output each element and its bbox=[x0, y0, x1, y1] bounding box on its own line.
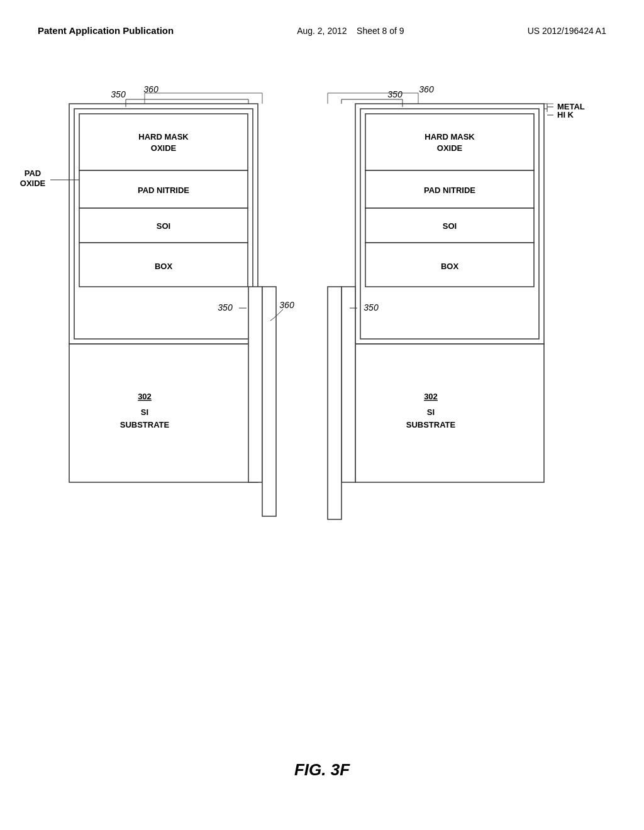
svg-text:360: 360 bbox=[419, 84, 434, 94]
svg-text:BOX: BOX bbox=[155, 262, 173, 271]
svg-rect-19 bbox=[365, 114, 534, 170]
page-header: Patent Application Publication Aug. 2, 2… bbox=[38, 25, 606, 36]
publication-title: Patent Application Publication bbox=[38, 25, 174, 36]
patent-number: US 2012/196424 A1 bbox=[528, 26, 606, 36]
svg-text:302: 302 bbox=[424, 392, 438, 401]
svg-rect-28 bbox=[355, 344, 544, 482]
svg-rect-22 bbox=[365, 170, 534, 208]
svg-rect-9 bbox=[79, 243, 248, 287]
svg-rect-32 bbox=[341, 287, 355, 482]
sheet-info: Sheet 8 of 9 bbox=[357, 26, 404, 36]
svg-text:350: 350 bbox=[364, 302, 379, 313]
figure-caption: FIG. 3F bbox=[0, 760, 644, 780]
svg-text:SOI: SOI bbox=[157, 221, 170, 231]
svg-text:METAL: METAL bbox=[557, 102, 585, 111]
svg-rect-11 bbox=[69, 344, 258, 482]
svg-rect-17 bbox=[355, 104, 544, 344]
svg-text:PAD NITRIDE: PAD NITRIDE bbox=[138, 185, 189, 195]
svg-text:HI K: HI K bbox=[557, 110, 574, 119]
svg-rect-16 bbox=[262, 287, 276, 516]
svg-text:OXIDE: OXIDE bbox=[20, 179, 46, 188]
svg-rect-33 bbox=[328, 287, 341, 519]
svg-rect-24 bbox=[365, 208, 534, 243]
svg-text:350: 350 bbox=[218, 302, 233, 313]
svg-text:360: 360 bbox=[279, 300, 294, 310]
svg-text:360: 360 bbox=[143, 84, 158, 94]
svg-rect-5 bbox=[79, 170, 248, 208]
svg-rect-2 bbox=[79, 114, 248, 170]
svg-text:PAD NITRIDE: PAD NITRIDE bbox=[424, 185, 475, 195]
svg-text:302: 302 bbox=[138, 392, 152, 401]
svg-text:PAD: PAD bbox=[25, 169, 41, 178]
svg-text:SOI: SOI bbox=[443, 221, 457, 231]
svg-rect-15 bbox=[248, 287, 262, 482]
publication-date: Aug. 2, 2012 bbox=[297, 26, 347, 36]
svg-text:SUBSTRATE: SUBSTRATE bbox=[406, 420, 456, 429]
svg-text:OXIDE: OXIDE bbox=[437, 143, 463, 153]
publication-date-sheet: Aug. 2, 2012 Sheet 8 of 9 bbox=[297, 26, 404, 36]
svg-text:BOX: BOX bbox=[441, 262, 459, 271]
svg-rect-0 bbox=[69, 104, 258, 344]
svg-text:SI: SI bbox=[141, 407, 148, 417]
svg-text:HARD MASK: HARD MASK bbox=[425, 132, 475, 141]
svg-text:SI: SI bbox=[427, 407, 435, 417]
svg-rect-18 bbox=[360, 109, 539, 339]
svg-rect-26 bbox=[365, 243, 534, 287]
svg-text:350: 350 bbox=[111, 89, 126, 99]
svg-text:SUBSTRATE: SUBSTRATE bbox=[120, 420, 170, 429]
svg-rect-1 bbox=[74, 109, 253, 339]
svg-text:HARD MASK: HARD MASK bbox=[138, 132, 189, 141]
svg-rect-7 bbox=[79, 208, 248, 243]
svg-text:350: 350 bbox=[387, 89, 402, 99]
svg-text:OXIDE: OXIDE bbox=[151, 143, 177, 153]
